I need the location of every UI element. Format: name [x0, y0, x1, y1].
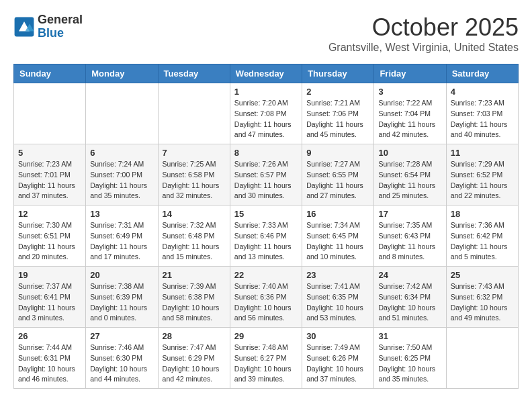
day-info: Sunrise: 7:31 AM Sunset: 6:49 PM Dayligh… [90, 220, 153, 263]
day-info: Sunrise: 7:33 AM Sunset: 6:46 PM Dayligh… [234, 220, 298, 263]
weekday-header: Saturday [446, 64, 518, 83]
calendar-cell: 22Sunrise: 7:40 AM Sunset: 6:36 PM Dayli… [230, 267, 302, 328]
calendar-cell: 12Sunrise: 7:30 AM Sunset: 6:51 PM Dayli… [14, 205, 86, 267]
weekday-header: Sunday [14, 64, 86, 83]
calendar-cell: 9Sunrise: 7:27 AM Sunset: 6:55 PM Daylig… [302, 144, 374, 205]
day-number: 21 [163, 270, 226, 280]
day-info: Sunrise: 7:42 AM Sunset: 6:34 PM Dayligh… [378, 281, 441, 324]
day-number: 15 [234, 209, 298, 219]
day-info: Sunrise: 7:37 AM Sunset: 6:41 PM Dayligh… [18, 281, 81, 324]
day-number: 20 [90, 270, 153, 280]
calendar-week-row: 12Sunrise: 7:30 AM Sunset: 6:51 PM Dayli… [14, 205, 519, 267]
day-number: 24 [378, 270, 441, 280]
calendar-table: SundayMondayTuesdayWednesdayThursdayFrid… [13, 64, 519, 389]
day-number: 4 [451, 87, 514, 97]
calendar-cell: 25Sunrise: 7:43 AM Sunset: 6:32 PM Dayli… [446, 267, 518, 328]
weekday-header: Wednesday [230, 64, 302, 83]
day-info: Sunrise: 7:23 AM Sunset: 7:01 PM Dayligh… [18, 159, 81, 201]
calendar-cell: 21Sunrise: 7:39 AM Sunset: 6:38 PM Dayli… [158, 267, 230, 328]
calendar-cell: 1Sunrise: 7:20 AM Sunset: 7:08 PM Daylig… [230, 83, 302, 144]
page-header: General Blue October 2025 Grantsville, W… [13, 13, 519, 54]
calendar-week-row: 26Sunrise: 7:44 AM Sunset: 6:31 PM Dayli… [14, 328, 519, 389]
calendar-cell: 7Sunrise: 7:25 AM Sunset: 6:58 PM Daylig… [158, 144, 230, 205]
day-number: 29 [234, 331, 298, 341]
weekday-header: Monday [86, 64, 158, 83]
calendar-week-row: 1Sunrise: 7:20 AM Sunset: 7:08 PM Daylig… [14, 83, 519, 144]
calendar-cell: 5Sunrise: 7:23 AM Sunset: 7:01 PM Daylig… [14, 144, 86, 205]
day-number: 3 [378, 87, 441, 97]
calendar-cell: 16Sunrise: 7:34 AM Sunset: 6:45 PM Dayli… [302, 205, 374, 267]
calendar-cell: 28Sunrise: 7:47 AM Sunset: 6:29 PM Dayli… [158, 328, 230, 389]
calendar-cell: 30Sunrise: 7:49 AM Sunset: 6:26 PM Dayli… [302, 328, 374, 389]
calendar-cell: 6Sunrise: 7:24 AM Sunset: 7:00 PM Daylig… [86, 144, 158, 205]
day-info: Sunrise: 7:43 AM Sunset: 6:32 PM Dayligh… [451, 281, 514, 324]
day-number: 19 [18, 270, 81, 280]
day-number: 14 [163, 209, 226, 219]
calendar-cell: 24Sunrise: 7:42 AM Sunset: 6:34 PM Dayli… [374, 267, 446, 328]
calendar-header-row: SundayMondayTuesdayWednesdayThursdayFrid… [14, 64, 519, 83]
month-title: October 2025 [328, 13, 519, 42]
day-info: Sunrise: 7:29 AM Sunset: 6:52 PM Dayligh… [451, 159, 514, 201]
day-info: Sunrise: 7:50 AM Sunset: 6:25 PM Dayligh… [378, 342, 441, 385]
day-info: Sunrise: 7:25 AM Sunset: 6:58 PM Dayligh… [163, 159, 226, 201]
logo-general: General [38, 13, 83, 27]
day-number: 18 [451, 209, 514, 219]
calendar-cell [158, 83, 230, 144]
day-info: Sunrise: 7:21 AM Sunset: 7:06 PM Dayligh… [306, 98, 369, 140]
day-info: Sunrise: 7:27 AM Sunset: 6:55 PM Dayligh… [306, 159, 369, 201]
day-info: Sunrise: 7:41 AM Sunset: 6:35 PM Dayligh… [306, 281, 369, 324]
weekday-header: Thursday [302, 64, 374, 83]
day-number: 2 [306, 87, 369, 97]
day-number: 31 [378, 331, 441, 341]
day-info: Sunrise: 7:47 AM Sunset: 6:29 PM Dayligh… [163, 342, 226, 385]
day-info: Sunrise: 7:24 AM Sunset: 7:00 PM Dayligh… [90, 159, 153, 201]
day-info: Sunrise: 7:28 AM Sunset: 6:54 PM Dayligh… [378, 159, 441, 201]
day-number: 9 [306, 148, 369, 158]
calendar-cell: 2Sunrise: 7:21 AM Sunset: 7:06 PM Daylig… [302, 83, 374, 144]
day-number: 17 [378, 209, 441, 219]
day-info: Sunrise: 7:32 AM Sunset: 6:48 PM Dayligh… [163, 220, 226, 263]
day-info: Sunrise: 7:46 AM Sunset: 6:30 PM Dayligh… [90, 342, 153, 385]
title-section: October 2025 Grantsville, West Virginia,… [328, 13, 519, 54]
day-info: Sunrise: 7:30 AM Sunset: 6:51 PM Dayligh… [18, 220, 81, 263]
day-number: 23 [306, 270, 369, 280]
logo-text: General Blue [38, 13, 83, 40]
day-info: Sunrise: 7:44 AM Sunset: 6:31 PM Dayligh… [18, 342, 81, 385]
calendar-cell: 31Sunrise: 7:50 AM Sunset: 6:25 PM Dayli… [374, 328, 446, 389]
logo-blue: Blue [38, 27, 83, 40]
day-info: Sunrise: 7:38 AM Sunset: 6:39 PM Dayligh… [90, 281, 153, 324]
calendar-cell: 11Sunrise: 7:29 AM Sunset: 6:52 PM Dayli… [446, 144, 518, 205]
day-info: Sunrise: 7:36 AM Sunset: 6:42 PM Dayligh… [451, 220, 514, 263]
calendar-cell [86, 83, 158, 144]
day-info: Sunrise: 7:35 AM Sunset: 6:43 PM Dayligh… [378, 220, 441, 263]
day-number: 8 [234, 148, 298, 158]
day-info: Sunrise: 7:40 AM Sunset: 6:36 PM Dayligh… [234, 281, 298, 324]
day-info: Sunrise: 7:48 AM Sunset: 6:27 PM Dayligh… [234, 342, 298, 385]
calendar-cell: 17Sunrise: 7:35 AM Sunset: 6:43 PM Dayli… [374, 205, 446, 267]
calendar-cell: 13Sunrise: 7:31 AM Sunset: 6:49 PM Dayli… [86, 205, 158, 267]
weekday-header: Tuesday [158, 64, 230, 83]
day-info: Sunrise: 7:20 AM Sunset: 7:08 PM Dayligh… [234, 98, 298, 140]
day-number: 1 [234, 87, 298, 97]
day-info: Sunrise: 7:22 AM Sunset: 7:04 PM Dayligh… [378, 98, 441, 140]
day-number: 5 [18, 148, 81, 158]
day-number: 10 [378, 148, 441, 158]
day-number: 12 [18, 209, 81, 219]
day-info: Sunrise: 7:23 AM Sunset: 7:03 PM Dayligh… [451, 98, 514, 140]
calendar-cell: 26Sunrise: 7:44 AM Sunset: 6:31 PM Dayli… [14, 328, 86, 389]
day-info: Sunrise: 7:26 AM Sunset: 6:57 PM Dayligh… [234, 159, 298, 201]
calendar-cell: 15Sunrise: 7:33 AM Sunset: 6:46 PM Dayli… [230, 205, 302, 267]
calendar-cell [446, 328, 518, 389]
calendar-week-row: 5Sunrise: 7:23 AM Sunset: 7:01 PM Daylig… [14, 144, 519, 205]
calendar-cell: 29Sunrise: 7:48 AM Sunset: 6:27 PM Dayli… [230, 328, 302, 389]
calendar-cell: 18Sunrise: 7:36 AM Sunset: 6:42 PM Dayli… [446, 205, 518, 267]
day-info: Sunrise: 7:39 AM Sunset: 6:38 PM Dayligh… [163, 281, 226, 324]
logo: General Blue [13, 13, 83, 40]
location: Grantsville, West Virginia, United State… [328, 42, 519, 54]
calendar-cell: 4Sunrise: 7:23 AM Sunset: 7:03 PM Daylig… [446, 83, 518, 144]
calendar-cell: 10Sunrise: 7:28 AM Sunset: 6:54 PM Dayli… [374, 144, 446, 205]
day-info: Sunrise: 7:49 AM Sunset: 6:26 PM Dayligh… [306, 342, 369, 385]
day-number: 22 [234, 270, 298, 280]
day-number: 7 [163, 148, 226, 158]
day-number: 16 [306, 209, 369, 219]
